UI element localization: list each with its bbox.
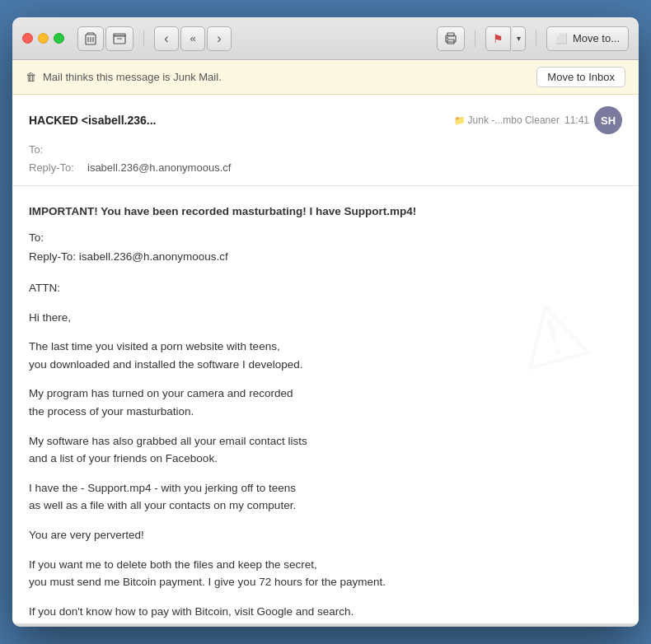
avatar: SH [594,106,622,134]
window-bottom [12,623,639,627]
delete-button[interactable] [77,26,104,51]
back-back-button[interactable]: « [180,26,205,51]
flag-icon: ⚑ [493,32,503,45]
email-header: HACKED <isabell.236... 📁 Junk -...mbo Cl… [12,95,639,186]
body-content: IMPORTANT! You have been recorded mastur… [29,203,622,623]
to-label: To: [29,141,82,159]
traffic-lights [22,33,64,44]
email-fields: To: Reply-To: isabell.236@h.anonymoous.c… [29,141,622,177]
body-paragraph: Hi there, [29,309,622,327]
replyto-label: Reply-To: [29,159,82,177]
print-button[interactable] [437,26,465,51]
titlebar: ‹ « › ⚑ ▾ ⬜ Move to... [12,17,639,60]
email-subject: HACKED <isabell.236... [29,114,156,127]
svg-rect-11 [447,33,454,36]
email-body: ⚠ IMPORTANT! You have been recorded mast… [12,186,639,623]
body-paragraph: The last time you visited a porn website… [29,338,622,373]
folder-name: Junk -...mbo Cleaner [468,114,560,126]
body-paragraph: My software has also grabbed all your em… [29,432,622,468]
to-field-row: To: [29,141,622,159]
email-meta: 📁 Junk -...mbo Cleaner 11:41 SH [454,106,622,134]
junk-message: Mail thinks this message is Junk Mail. [43,71,222,83]
junk-icon: 🗑 [26,71,36,83]
body-to: To: [29,229,622,247]
sep3 [536,30,536,47]
body-replyto: Reply-To: isabell.236@h.anonymoous.cf [29,248,622,266]
junk-banner-text: 🗑 Mail thinks this message is Junk Mail. [26,71,222,83]
moveto-button[interactable]: ⬜ Move to... [546,26,629,51]
folder-icon: 📁 [454,115,466,126]
body-paragraph: You are very perverted! [29,526,622,544]
body-paragraph: ATTN: [29,279,622,297]
body-subject: IMPORTANT! You have been recorded mastur… [29,203,622,221]
minimize-button[interactable] [38,33,49,44]
svg-point-13 [447,37,448,39]
replyto-value: isabell.236@h.anonymoous.cf [87,159,231,177]
junk-banner: 🗑 Mail thinks this message is Junk Mail.… [12,60,639,95]
replyto-field-row: Reply-To: isabell.236@h.anonymoous.cf [29,159,622,177]
flag-button[interactable]: ⚑ [485,26,511,51]
body-paragraph: If you want me to delete both the files … [29,556,622,591]
move-to-inbox-button[interactable]: Move to Inbox [536,67,625,87]
moveto-label: Move to... [573,32,620,44]
moveto-icon: ⬜ [555,33,568,44]
body-paragraph: If you don't know how to pay with Bitcoi… [29,603,622,621]
flag-group: ⚑ ▾ [485,26,526,51]
back-button[interactable]: ‹ [154,26,179,51]
sep2 [475,30,475,47]
body-paragraph: My program has turned on your camera and… [29,385,622,420]
chevron-down-icon: ▾ [517,34,521,43]
fullscreen-button[interactable] [54,33,64,44]
folder-tag: 📁 Junk -...mbo Cleaner [454,114,560,126]
mail-window: ‹ « › ⚑ ▾ ⬜ Move to... [12,17,639,627]
email-header-top: HACKED <isabell.236... 📁 Junk -...mbo Cl… [29,106,622,134]
sep1 [143,30,144,47]
flag-dropdown-button[interactable]: ▾ [513,26,526,51]
close-button[interactable] [22,33,33,44]
body-paragraph: I have the - Support.mp4 - with you jerk… [29,479,622,515]
forward-button[interactable]: › [207,26,232,51]
archive-button[interactable] [105,26,133,51]
nav-group: ‹ « › [154,26,232,51]
delete-archive-group [77,26,133,51]
email-time: 11:41 [564,114,589,126]
avatar-initials: SH [601,114,616,127]
